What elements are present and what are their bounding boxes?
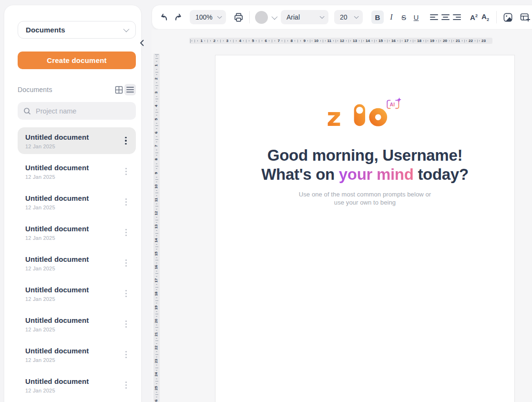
document-menu-button[interactable] — [122, 376, 130, 394]
document-list-item[interactable]: Untitled document 12 Jan 2025 — [18, 280, 136, 307]
strikethrough-button[interactable]: S — [398, 10, 410, 24]
bold-button[interactable]: B — [371, 10, 384, 24]
document-menu-button[interactable] — [122, 193, 130, 211]
document-list-item[interactable]: Untitled document 12 Jan 2025 — [18, 158, 136, 185]
redo-button[interactable] — [173, 10, 184, 24]
document-menu-button[interactable] — [122, 132, 130, 150]
documents-section-header: Documents — [18, 84, 136, 95]
editor-canvas: 1234567891011121314151617181920212223 12… — [152, 30, 532, 402]
document-date: 12 Jan 2025 — [25, 357, 122, 363]
color-swatch-icon — [255, 11, 268, 24]
logo-text-zio: z — [327, 103, 384, 131]
document-date: 12 Jan 2025 — [25, 144, 122, 149]
document-info: Untitled document 12 Jan 2025 — [25, 315, 122, 332]
document-menu-button[interactable] — [122, 284, 130, 302]
kebab-menu-icon — [125, 198, 127, 200]
kebab-menu-icon — [125, 381, 127, 383]
svg-text:z: z — [327, 103, 341, 131]
subscript-icon: A2 — [481, 12, 489, 22]
redo-icon — [173, 12, 184, 22]
insert-table-button[interactable] — [519, 10, 531, 24]
insert-image-icon — [502, 12, 513, 23]
document-title: Untitled document — [25, 162, 122, 172]
zio-logo: z AI — [327, 97, 403, 133]
font-size-dropdown[interactable]: 20 — [334, 10, 363, 24]
zoom-level-dropdown[interactable]: 100% — [190, 10, 226, 24]
chevron-down-icon — [320, 14, 325, 19]
superscript-button[interactable]: A2 — [468, 10, 480, 24]
document-menu-button[interactable] — [122, 162, 130, 180]
document-info: Untitled document 12 Jan 2025 — [25, 223, 122, 241]
document-list-item[interactable]: Untitled document 12 Jan 2025 — [18, 188, 136, 215]
kebab-menu-icon — [125, 259, 127, 261]
font-family-value: Arial — [286, 13, 300, 21]
vertical-ruler[interactable]: 1234567891011121314151617181920212223242… — [153, 53, 160, 402]
documents-type-selector-value: Documents — [26, 26, 65, 34]
document-info: Untitled document 12 Jan 2025 — [25, 345, 122, 363]
document-menu-button[interactable] — [122, 254, 130, 272]
undo-icon — [159, 12, 169, 22]
font-family-dropdown[interactable]: Arial — [281, 10, 328, 24]
collapse-sidebar-button[interactable] — [137, 38, 146, 48]
document-date: 12 Jan 2025 — [25, 174, 122, 180]
document-date: 12 Jan 2025 — [25, 205, 122, 210]
document-menu-button[interactable] — [122, 345, 130, 363]
document-list-item[interactable]: Untitled document 12 Jan 2025 — [18, 310, 136, 337]
print-button[interactable] — [233, 10, 244, 24]
printer-icon — [233, 12, 244, 23]
document-list-item[interactable]: Untitled document 12 Jan 2025 — [18, 341, 136, 368]
underline-button[interactable]: U — [410, 10, 422, 24]
kebab-menu-icon — [125, 168, 127, 169]
document-list-item[interactable]: Untitled document 12 Jan 2025 — [18, 249, 136, 276]
greeting-highlight: your mind — [339, 165, 414, 183]
sparkle-icon — [397, 97, 401, 102]
document-list-item[interactable]: Untitled document 12 Jan 2025 — [18, 219, 136, 246]
collapse-sidebar-icon — [140, 40, 144, 46]
document-list-item[interactable]: Untitled document 12 Jan 2025 — [18, 127, 136, 154]
document-menu-button[interactable] — [122, 315, 130, 333]
documents-section-label: Documents — [18, 86, 113, 93]
document-date: 12 Jan 2025 — [25, 327, 122, 332]
document-date: 12 Jan 2025 — [25, 235, 122, 241]
insert-table-icon — [519, 11, 531, 23]
document-list-item[interactable]: Untitled document 12 Jan 2025 — [18, 371, 136, 398]
subscript-button[interactable]: A2 — [480, 10, 491, 24]
document-title: Untitled document — [25, 284, 122, 294]
kebab-menu-icon — [125, 351, 127, 352]
chevron-down-icon — [217, 14, 222, 19]
documents-type-selector[interactable]: Documents — [18, 21, 136, 39]
horizontal-ruler[interactable]: 1234567891011121314151617181920212223 — [189, 38, 492, 44]
align-center-button[interactable] — [440, 10, 451, 24]
italic-button[interactable]: I — [385, 10, 398, 24]
document-title: Untitled document — [25, 315, 122, 324]
align-center-icon — [441, 14, 450, 20]
grid-view-button[interactable] — [113, 84, 124, 95]
document-date: 12 Jan 2025 — [25, 388, 122, 393]
create-document-button[interactable]: Create document — [18, 52, 136, 69]
document-info: Untitled document 12 Jan 2025 — [25, 132, 122, 149]
greeting-line2-after: today? — [414, 165, 469, 183]
insert-image-button[interactable] — [502, 10, 513, 24]
greeting-heading: Good morning, Username! What's on your m… — [215, 146, 514, 184]
chevron-down-icon — [272, 13, 278, 20]
text-color-dropdown[interactable] — [255, 10, 276, 24]
document-info: Untitled document 12 Jan 2025 — [25, 254, 122, 271]
kebab-menu-icon — [125, 320, 127, 322]
document-date: 12 Jan 2025 — [25, 296, 122, 302]
undo-button[interactable] — [158, 10, 170, 24]
chevron-down-icon — [123, 26, 130, 32]
search-input[interactable] — [36, 107, 122, 115]
font-size-value: 20 — [340, 13, 348, 21]
document-page[interactable]: z AI Good morning, Username! What's on y… — [215, 55, 515, 402]
document-menu-button[interactable] — [122, 223, 130, 241]
document-list: Untitled document 12 Jan 2025 Untitled d… — [18, 127, 136, 398]
greeting-line2-before: What's on — [261, 165, 339, 183]
list-view-button[interactable] — [124, 84, 136, 95]
align-right-button[interactable] — [451, 10, 462, 24]
toolbar-divider — [496, 11, 497, 23]
chevron-down-icon — [354, 14, 359, 19]
document-info: Untitled document 12 Jan 2025 — [25, 284, 122, 302]
document-title: Untitled document — [25, 193, 122, 202]
document-title: Untitled document — [25, 132, 122, 141]
align-left-button[interactable] — [428, 10, 440, 24]
